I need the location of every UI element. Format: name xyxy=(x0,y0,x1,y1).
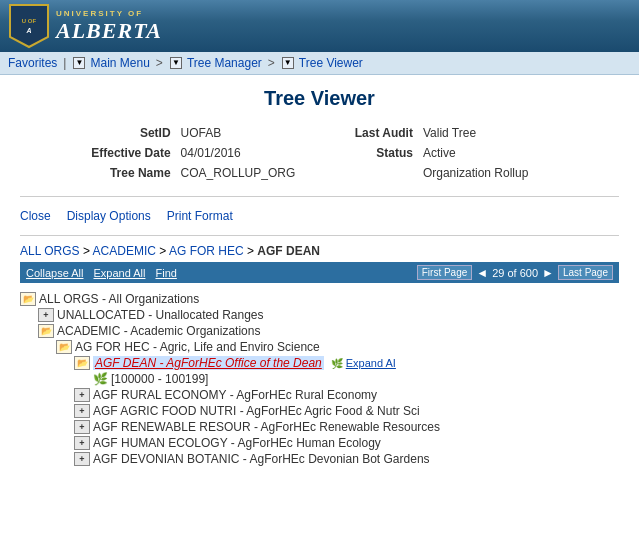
prev-page-button[interactable]: ◄ xyxy=(476,266,488,280)
expand-ai-icon[interactable]: 🌿 xyxy=(330,357,344,369)
tree-desc-value: Organization Rollup xyxy=(419,164,617,182)
next-page-button[interactable]: ► xyxy=(542,266,554,280)
first-page-button[interactable]: First Page xyxy=(417,265,473,280)
tree-node-academic: 📂ACADEMIC - Academic Organizations xyxy=(20,323,619,339)
tree-label-agf-devonian[interactable]: AGF DEVONIAN BOTANIC - AgForHEc Devonian… xyxy=(93,452,430,466)
tree-label-agf-agric[interactable]: AGF AGRIC FOOD NUTRI - AgForHEc Agric Fo… xyxy=(93,404,420,418)
tree-node-agf-devonian: +AGF DEVONIAN BOTANIC - AgForHEc Devonia… xyxy=(20,451,619,467)
svg-text:U OF: U OF xyxy=(22,18,37,24)
pagination: First Page ◄ 29 of 600 ► Last Page xyxy=(417,265,613,280)
tree-label-all-orgs[interactable]: ALL ORGS - All Organizations xyxy=(39,292,199,306)
page-info: 29 of 600 xyxy=(492,267,538,279)
tree-node-agf-renewable: +AGF RENEWABLE RESOUR - AgForHEc Renewab… xyxy=(20,419,619,435)
breadcrumb-current: AGF DEAN xyxy=(257,244,320,258)
tree-label-range-100000: [100000 - 100199] xyxy=(111,372,208,386)
tree-node-agf-rural: +AGF RURAL ECONOMY - AgForHEc Rural Econ… xyxy=(20,387,619,403)
nav-tree-manager-arrow[interactable]: ▼ xyxy=(282,57,294,69)
display-options-link[interactable]: Display Options xyxy=(67,209,151,223)
tree-node-unallocated: +UNALLOCATED - Unallocated Ranges xyxy=(20,307,619,323)
setid-value: UOFAB xyxy=(177,124,300,142)
tree-label-agf-human[interactable]: AGF HUMAN ECOLOGY - AgForHEc Human Ecolo… xyxy=(93,436,381,450)
divider-2 xyxy=(20,235,619,236)
header: U OF A UNIVERSITY OF ALBERTA xyxy=(0,0,639,52)
tree-name-label: Tree Name xyxy=(22,164,175,182)
tree-node-agf-agric: +AGF AGRIC FOOD NUTRI - AgForHEc Agric F… xyxy=(20,403,619,419)
tree-container: 📂ALL ORGS - All Organizations+UNALLOCATE… xyxy=(20,287,619,471)
nav-main-menu-arrow[interactable]: ▼ xyxy=(170,57,182,69)
folder-open-icon: 📂 xyxy=(20,292,36,306)
nav-favorites-arrow[interactable]: ▼ xyxy=(73,57,85,69)
divider-1 xyxy=(20,196,619,197)
collapse-all-button[interactable]: Collapse All xyxy=(26,267,83,279)
page-title: Tree Viewer xyxy=(20,87,619,110)
leaf-icon: 🌿 xyxy=(92,372,108,386)
status-value: Active xyxy=(419,144,617,162)
close-link[interactable]: Close xyxy=(20,209,51,223)
effective-date-value: 04/01/2016 xyxy=(177,144,300,162)
expand-all-button[interactable]: Expand All xyxy=(93,267,145,279)
setid-label: SetID xyxy=(22,124,175,142)
breadcrumb-ag-for-hec[interactable]: AG FOR HEC xyxy=(169,244,244,258)
find-button[interactable]: Find xyxy=(155,267,176,279)
svg-text:A: A xyxy=(25,27,31,34)
folder-open-icon: 📂 xyxy=(56,340,72,354)
tree-label-unallocated[interactable]: UNALLOCATED - Unallocated Ranges xyxy=(57,308,264,322)
breadcrumb-all-orgs[interactable]: ALL ORGS xyxy=(20,244,80,258)
expand-ai-label[interactable]: Expand AI xyxy=(346,357,396,369)
last-page-button[interactable]: Last Page xyxy=(558,265,613,280)
nav-favorites[interactable]: Favorites xyxy=(8,56,57,70)
tree-label-agf-renewable[interactable]: AGF RENEWABLE RESOUR - AgForHEc Renewabl… xyxy=(93,420,440,434)
folder-plus-icon: + xyxy=(74,452,90,466)
info-table: SetID UOFAB Last Audit Valid Tree Effect… xyxy=(20,122,619,184)
last-audit-label: Last Audit xyxy=(301,124,417,142)
folder-open-icon: 📂 xyxy=(38,324,54,338)
folder-plus-icon: + xyxy=(74,404,90,418)
breadcrumb: ALL ORGS > ACADEMIC > AG FOR HEC > AGF D… xyxy=(20,244,619,258)
nav-tree-viewer[interactable]: Tree Viewer xyxy=(299,56,363,70)
tree-node-all-orgs: 📂ALL ORGS - All Organizations xyxy=(20,291,619,307)
tree-label-academic[interactable]: ACADEMIC - Academic Organizations xyxy=(57,324,260,338)
breadcrumb-academic[interactable]: ACADEMIC xyxy=(93,244,156,258)
tree-name-value: COA_ROLLUP_ORG xyxy=(177,164,300,182)
svg-marker-0 xyxy=(10,5,48,47)
last-audit-value: Valid Tree xyxy=(419,124,617,142)
nav-tree-manager[interactable]: Tree Manager xyxy=(187,56,262,70)
folder-plus-icon: + xyxy=(74,436,90,450)
university-logo: U OF A UNIVERSITY OF ALBERTA xyxy=(8,3,162,49)
tree-label-agf-dean[interactable]: AGF DEAN - AgForHEc Office of the Dean xyxy=(93,356,324,370)
action-bar: Close Display Options Print Format xyxy=(20,205,619,227)
nav-bar: Favorites | ▼ Main Menu > ▼ Tree Manager… xyxy=(0,52,639,75)
folder-plus-icon: + xyxy=(38,308,54,322)
print-format-link[interactable]: Print Format xyxy=(167,209,233,223)
status-label: Status xyxy=(301,144,417,162)
university-name: UNIVERSITY OF ALBERTA xyxy=(56,9,162,44)
tree-label-agf-rural[interactable]: AGF RURAL ECONOMY - AgForHEc Rural Econo… xyxy=(93,388,377,402)
folder-open-icon: 📂 xyxy=(74,356,90,370)
tree-node-agf-dean: 📂AGF DEAN - AgForHEc Office of the Dean🌿… xyxy=(20,355,619,371)
folder-plus-icon: + xyxy=(74,388,90,402)
tree-node-range-100000: 🌿[100000 - 100199] xyxy=(20,371,619,387)
main-content: Tree Viewer SetID UOFAB Last Audit Valid… xyxy=(0,75,639,483)
nav-main-menu[interactable]: Main Menu xyxy=(90,56,149,70)
tree-toolbar: Collapse All Expand All Find First Page … xyxy=(20,262,619,283)
folder-plus-icon: + xyxy=(74,420,90,434)
tree-label-ag-for-hec[interactable]: AG FOR HEC - Agric, Life and Enviro Scie… xyxy=(75,340,320,354)
tree-node-ag-for-hec: 📂AG FOR HEC - Agric, Life and Enviro Sci… xyxy=(20,339,619,355)
logo-shield-icon: U OF A xyxy=(8,3,50,49)
effective-date-label: Effective Date xyxy=(22,144,175,162)
tree-node-agf-human: +AGF HUMAN ECOLOGY - AgForHEc Human Ecol… xyxy=(20,435,619,451)
